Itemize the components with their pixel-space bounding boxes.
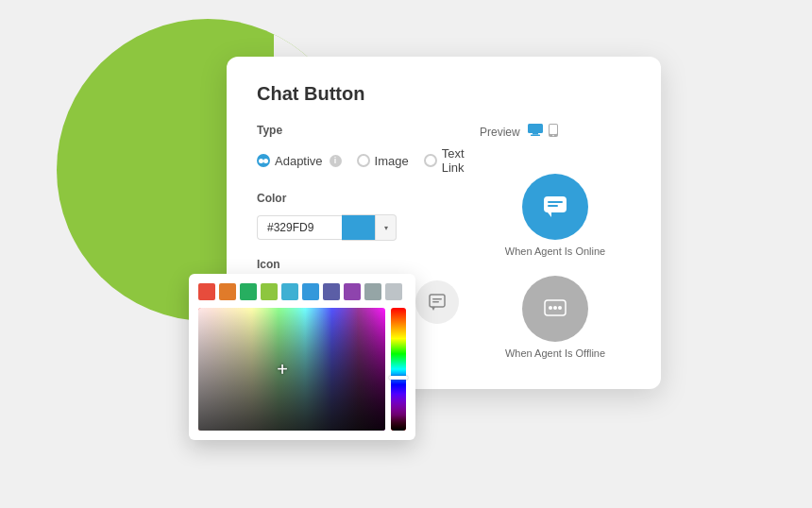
svg-point-27	[549, 306, 552, 310]
swatch-indigo[interactable]	[323, 283, 340, 300]
swatch-lime[interactable]	[261, 283, 278, 300]
preview-label: Preview	[480, 126, 520, 139]
picker-canvas-area[interactable]: +	[198, 308, 385, 431]
radio-textlink[interactable]: Text Link	[424, 146, 480, 175]
hue-slider[interactable]	[391, 308, 406, 431]
color-label: Color	[257, 192, 480, 205]
info-icon-adaptive: i	[330, 155, 342, 167]
preview-offline-item: When Agent Is Offline	[505, 276, 605, 359]
online-bubble	[522, 174, 588, 240]
card-title: Chat Button	[257, 83, 631, 105]
swatch-green-dark[interactable]	[240, 283, 257, 300]
online-label: When Agent Is Online	[505, 246, 605, 257]
svg-rect-16	[528, 124, 543, 133]
svg-rect-17	[533, 133, 538, 135]
swatch-orange[interactable]	[219, 283, 236, 300]
radio-circle-adaptive	[257, 154, 270, 167]
svg-rect-14	[432, 301, 439, 303]
svg-rect-18	[531, 135, 540, 137]
svg-point-21	[552, 135, 554, 137]
radio-adaptive-label: Adaptive	[275, 154, 323, 168]
color-section: Color ▾	[257, 192, 480, 241]
color-swatch-button[interactable]	[342, 214, 376, 241]
svg-point-29	[558, 306, 562, 310]
radio-image[interactable]: Image	[357, 154, 409, 168]
type-label: Type	[257, 124, 480, 137]
svg-marker-15	[431, 307, 435, 311]
offline-label: When Agent Is Offline	[505, 347, 605, 359]
radio-circle-image	[357, 154, 370, 167]
monitor-icon[interactable]	[528, 124, 543, 140]
color-hex-input[interactable]	[257, 215, 342, 240]
svg-rect-13	[432, 298, 442, 300]
swatch-gray[interactable]	[364, 283, 381, 300]
swatch-red[interactable]	[198, 283, 215, 300]
radio-adaptive[interactable]: Adaptive i	[257, 154, 342, 168]
color-input-row: ▾	[257, 214, 480, 241]
radio-circle-textlink	[424, 154, 437, 167]
type-row: Adaptive i Image Text Link	[257, 146, 480, 175]
card-right: Preview	[480, 124, 631, 359]
scene: Chat Button Type Adaptive i Image	[0, 0, 812, 508]
picker-area-wrapper: +	[198, 308, 406, 431]
radio-image-label: Image	[375, 154, 409, 168]
svg-rect-25	[548, 205, 558, 207]
svg-rect-20	[550, 125, 557, 134]
icon-btn-chat4[interactable]	[415, 280, 459, 324]
swatch-blue[interactable]	[302, 283, 319, 300]
icon-label: Icon	[257, 258, 480, 271]
phone-icon[interactable]	[549, 124, 558, 140]
color-dropdown-button[interactable]: ▾	[376, 214, 397, 241]
svg-point-28	[553, 306, 557, 310]
color-swatches-row	[198, 283, 406, 300]
swatch-purple[interactable]	[344, 283, 361, 300]
svg-rect-24	[548, 201, 563, 203]
offline-bubble	[522, 276, 588, 342]
preview-icons	[528, 124, 558, 140]
swatch-light-gray[interactable]	[385, 283, 402, 300]
svg-rect-12	[430, 295, 445, 307]
hue-slider-thumb	[389, 376, 408, 380]
color-canvas[interactable]: +	[198, 308, 385, 431]
color-picker-popup: +	[189, 274, 415, 440]
swatch-cyan[interactable]	[281, 283, 298, 300]
crosshair: +	[275, 362, 290, 377]
svg-marker-23	[548, 212, 551, 217]
radio-textlink-label: Text Link	[442, 146, 480, 175]
svg-rect-22	[544, 196, 567, 212]
preview-header: Preview	[480, 124, 558, 140]
preview-online-item: When Agent Is Online	[505, 174, 605, 257]
